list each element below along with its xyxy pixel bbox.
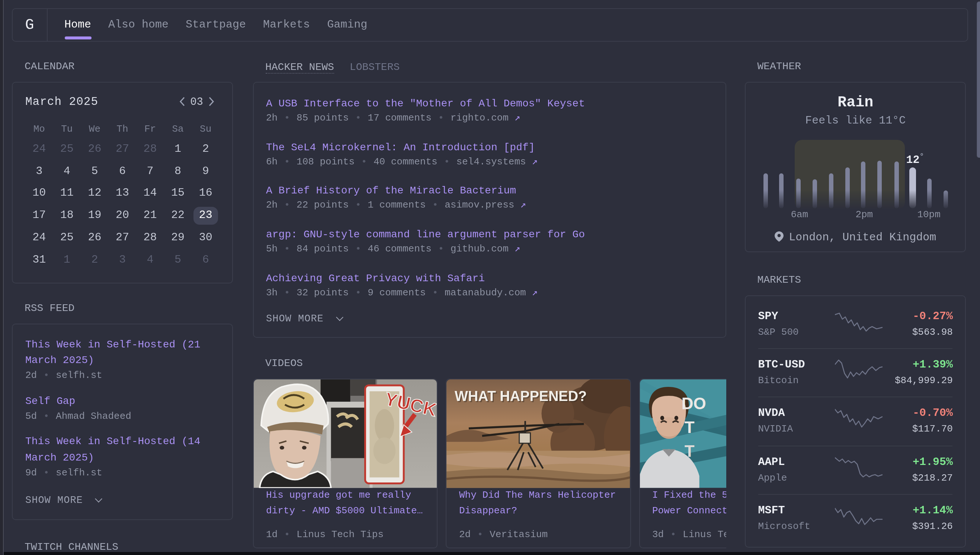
svg-text:WHAT HAPPENED?: WHAT HAPPENED? (455, 388, 587, 404)
svg-text:T: T (684, 418, 694, 436)
svg-text:T: T (684, 442, 694, 460)
svg-text:DO: DO (681, 394, 706, 412)
